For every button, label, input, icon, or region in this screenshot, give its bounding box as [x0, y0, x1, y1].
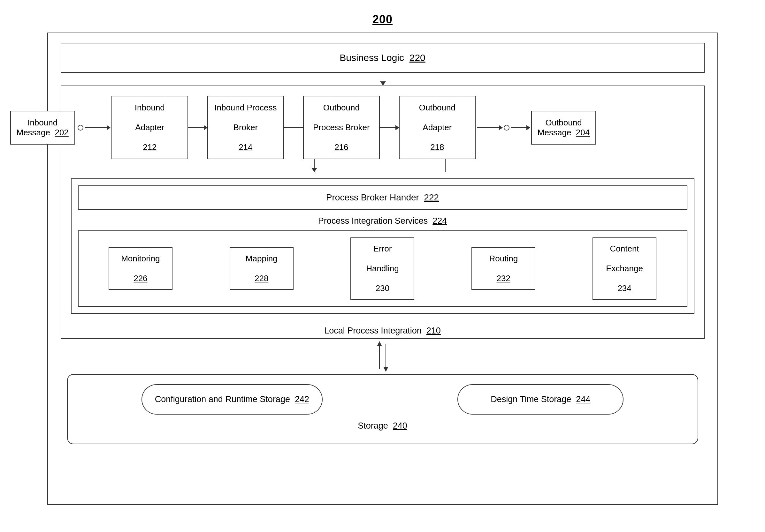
error-line1: Error — [374, 244, 392, 254]
mapping-label: Mapping — [246, 254, 278, 264]
inbound-adapter-line2: Adapter — [135, 123, 164, 133]
inbound-circle — [78, 125, 83, 131]
opb-line2: Process Broker — [313, 123, 370, 133]
outbound-message-box: Outbound Message 204 — [531, 111, 596, 144]
config-storage-label: Configuration and Runtime Storage — [155, 395, 290, 404]
bidir-arrow-svg — [370, 341, 395, 373]
bidir-arrow-container — [61, 339, 705, 374]
inner-pi-box: Process Broker Hander 222 Process Integr… — [71, 178, 694, 314]
content-num: 234 — [617, 283, 631, 293]
ipb-num: 214 — [239, 142, 252, 152]
mapping-num: 228 — [255, 274, 268, 283]
services-row: Monitoring 226 Mapping 228 Error Handlin… — [78, 230, 687, 307]
pbh-num: 222 — [424, 192, 439, 202]
inbound-adapter-box: Inbound Adapter 212 — [112, 96, 188, 159]
config-storage-num: 242 — [295, 395, 309, 404]
inbound-msg-line1: Inbound — [27, 118, 58, 127]
content-line1: Content — [610, 244, 639, 254]
oa-num: 218 — [430, 142, 444, 152]
routing-label: Routing — [489, 254, 518, 264]
local-pi-label: Local Process Integration 210 — [61, 323, 704, 338]
config-storage-box: Configuration and Runtime Storage 242 — [142, 384, 323, 414]
business-logic-label: Business Logic — [340, 52, 404, 63]
outbound-msg-num: 204 — [576, 128, 590, 137]
diagram-title: 200 — [373, 13, 392, 26]
pbh-label: Process Broker Hander — [326, 192, 419, 202]
outbound-process-broker-box: Outbound Process Broker 216 — [303, 96, 380, 159]
content-line2: Exchange — [606, 264, 643, 274]
mapping-box: Mapping 228 — [230, 247, 294, 290]
oa-line2: Adapter — [422, 123, 452, 133]
design-storage-num: 244 — [576, 395, 590, 404]
opb-num: 216 — [335, 142, 348, 152]
svg-marker-3 — [383, 367, 388, 372]
business-logic-box: Business Logic 220 — [61, 43, 705, 73]
ipb-line1: Inbound Process — [214, 103, 277, 113]
monitoring-box: Monitoring 226 — [109, 247, 173, 290]
storage-label: Storage 240 — [81, 421, 685, 431]
inbound-adapter-num: 212 — [143, 142, 157, 152]
inbound-adapter-line1: Inbound — [135, 103, 165, 113]
routing-num: 232 — [497, 274, 510, 283]
svg-marker-1 — [377, 341, 382, 346]
storage-row: Configuration and Runtime Storage 242 De… — [81, 384, 685, 414]
error-num: 230 — [376, 283, 389, 293]
inbound-msg-line2: Message — [17, 128, 50, 137]
outbound-adapter-box: Outbound Adapter 218 — [399, 96, 475, 159]
process-broker-handler: Process Broker Hander 222 — [78, 185, 687, 210]
inbound-process-broker-box: Inbound Process Broker 214 — [207, 96, 284, 159]
content-exchange-box: Content Exchange 234 — [592, 237, 656, 300]
monitoring-num: 226 — [134, 274, 147, 283]
error-handling-box: Error Handling 230 — [351, 237, 414, 300]
outbound-msg-line2: Message — [537, 128, 571, 137]
opb-line1: Outbound — [323, 103, 360, 113]
inbound-msg-num: 202 — [55, 128, 68, 137]
error-line2: Handling — [366, 264, 399, 274]
storage-outer: Configuration and Runtime Storage 242 De… — [67, 374, 698, 444]
oa-line1: Outbound — [419, 103, 455, 113]
outbound-circle — [504, 125, 509, 131]
business-logic-num: 220 — [409, 52, 425, 63]
routing-box: Routing 232 — [471, 247, 535, 290]
middle-outer: Inbound Message 202 Inbound Adapter 212 — [61, 86, 705, 339]
ipb-line2: Broker — [234, 123, 258, 133]
design-storage-box: Design Time Storage 244 — [457, 384, 623, 414]
monitoring-label: Monitoring — [121, 254, 160, 264]
outer-container: Business Logic 220 Inbound Message 202 — [47, 33, 718, 505]
inbound-message-box: Inbound Message 202 — [10, 111, 75, 144]
outbound-msg-line1: Outbound — [545, 118, 582, 127]
design-storage-label: Design Time Storage — [491, 395, 571, 404]
pi-services-label: Process Integration Services 224 — [78, 216, 687, 226]
